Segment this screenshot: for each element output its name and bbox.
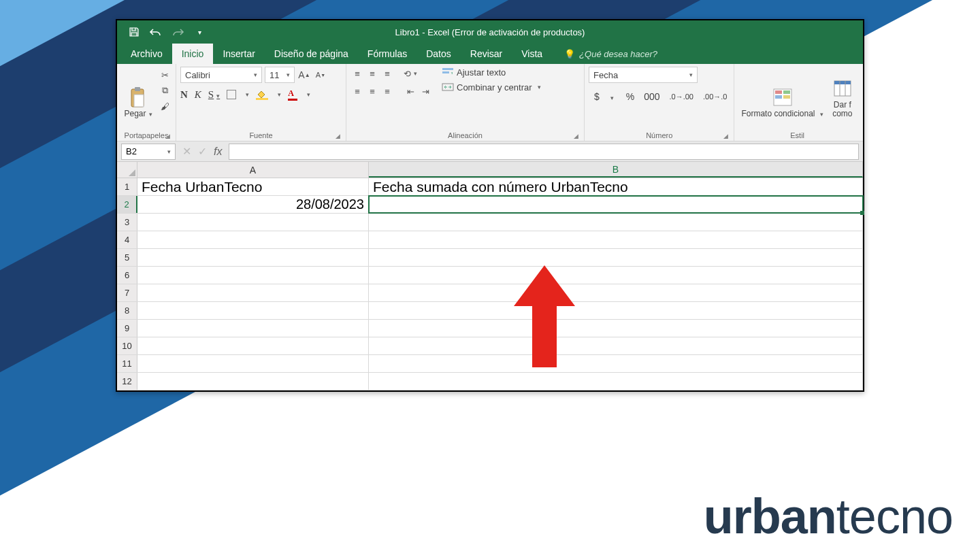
copy-icon[interactable]: ⧉ (158, 84, 172, 97)
cell-b4[interactable] (369, 231, 863, 248)
qat-customize-icon[interactable]: ▾ (191, 23, 208, 41)
cell-b3[interactable] (369, 214, 863, 231)
increase-decimal-icon[interactable]: .0→.00 (667, 91, 696, 102)
cell-a11[interactable] (137, 355, 369, 372)
cell-a10[interactable] (137, 337, 369, 354)
row-header-2[interactable]: 2 (117, 196, 137, 213)
tab-diseno-de-pagina[interactable]: Diseño de página (265, 44, 358, 64)
column-header-b[interactable]: B (369, 162, 863, 178)
redo-icon[interactable] (169, 23, 186, 41)
cell-b2-selected[interactable] (369, 196, 863, 213)
decrease-decimal-icon[interactable]: .00→.0 (700, 91, 730, 102)
align-left-icon[interactable]: ≡ (350, 84, 364, 98)
column-header-row: A B (117, 162, 863, 178)
orientation-icon[interactable]: ⟲▾ (404, 67, 417, 80)
align-bottom-icon[interactable]: ≡ (380, 67, 394, 80)
dialog-launcher-icon[interactable]: ◢ (165, 133, 170, 139)
cell-b9[interactable] (369, 320, 863, 337)
number-format-select[interactable]: Fecha▾ (589, 67, 698, 83)
tab-revisar[interactable]: Revisar (461, 44, 512, 64)
wrap-text-button[interactable]: Ajustar texto (442, 67, 541, 78)
confirm-edit-icon[interactable]: ✓ (198, 145, 207, 158)
align-middle-icon[interactable]: ≡ (365, 67, 379, 80)
row-header-6[interactable]: 6 (117, 267, 137, 284)
cell-a1[interactable]: Fecha UrbanTecno (137, 178, 369, 195)
row-header-5[interactable]: 5 (117, 249, 137, 266)
row-header-4[interactable]: 4 (117, 231, 137, 248)
tab-formulas[interactable]: Fórmulas (358, 44, 416, 64)
cell-b6[interactable] (369, 267, 863, 284)
watermark-part1: urban (704, 489, 836, 544)
insert-function-icon[interactable]: fx (214, 146, 222, 158)
borders-button[interactable] (227, 90, 236, 99)
tell-me-placeholder: ¿Qué desea hacer? (579, 49, 657, 59)
increase-font-icon[interactable]: A▲ (297, 68, 311, 82)
bold-button[interactable]: N (180, 89, 188, 101)
tab-datos[interactable]: Datos (416, 44, 461, 64)
dialog-launcher-icon[interactable]: ◢ (336, 133, 340, 139)
row-header-3[interactable]: 3 (117, 214, 137, 231)
cell-b11[interactable] (369, 355, 863, 372)
cell-a12[interactable] (137, 373, 369, 390)
font-size-select[interactable]: 11▾ (265, 67, 295, 83)
cell-b10[interactable] (369, 337, 863, 354)
align-center-icon[interactable]: ≡ (365, 84, 379, 98)
merge-icon (442, 82, 454, 93)
dialog-launcher-icon[interactable]: ◢ (723, 133, 728, 139)
save-icon[interactable] (125, 23, 143, 41)
underline-button[interactable]: S▾ (208, 89, 220, 101)
select-all-corner[interactable] (117, 162, 137, 178)
format-as-table-button[interactable]: Dar fcomo (829, 67, 856, 121)
font-color-button[interactable]: A (288, 88, 297, 101)
tab-archivo[interactable]: Archivo (121, 44, 172, 64)
cell-a6[interactable] (137, 267, 369, 284)
group-clipboard: Pegar▾ ✂ ⧉ 🖌 Portapapeles◢ (117, 64, 176, 141)
align-top-icon[interactable]: ≡ (350, 67, 364, 80)
comma-style-button[interactable]: 000 (641, 90, 662, 103)
row-header-7[interactable]: 7 (117, 284, 137, 301)
row-6: 6 (117, 267, 863, 284)
decrease-font-icon[interactable]: A▼ (314, 68, 327, 82)
cell-b12[interactable] (369, 373, 863, 390)
cell-a9[interactable] (137, 320, 369, 337)
cell-b8[interactable] (369, 302, 863, 319)
name-box[interactable]: B2▾ (121, 144, 176, 160)
tab-insertar[interactable]: Insertar (213, 44, 264, 64)
undo-icon[interactable] (147, 23, 165, 41)
cell-b7[interactable] (369, 284, 863, 301)
cell-a3[interactable] (137, 214, 369, 231)
row-header-12[interactable]: 12 (117, 373, 137, 390)
increase-indent-icon[interactable]: ⇥ (419, 84, 432, 98)
currency-button[interactable]: $ ▾ (589, 90, 619, 103)
column-header-a[interactable]: A (137, 162, 369, 178)
row-header-11[interactable]: 11 (117, 355, 137, 372)
cut-icon[interactable]: ✂ (158, 68, 172, 82)
cancel-edit-icon[interactable]: ✕ (182, 145, 191, 158)
tell-me-search[interactable]: 💡 ¿Qué desea hacer? (564, 44, 657, 64)
font-name-select[interactable]: Calibri▾ (180, 67, 262, 83)
conditional-format-button[interactable]: Formato condicional ▾ (738, 67, 826, 121)
cell-a7[interactable] (137, 284, 369, 301)
fill-color-button[interactable] (256, 89, 268, 100)
cell-a5[interactable] (137, 249, 369, 266)
paste-button[interactable]: Pegar▾ (121, 67, 155, 121)
cell-b5[interactable] (369, 249, 863, 266)
cell-a2[interactable]: 28/08/2023 (137, 196, 369, 213)
cell-b1[interactable]: Fecha sumada con número UrbanTecno (369, 178, 863, 195)
decrease-indent-icon[interactable]: ⇤ (404, 84, 417, 98)
format-painter-icon[interactable]: 🖌 (158, 99, 172, 113)
cell-a4[interactable] (137, 231, 369, 248)
row-header-8[interactable]: 8 (117, 302, 137, 319)
italic-button[interactable]: K (195, 89, 201, 101)
tab-inicio[interactable]: Inicio (172, 44, 214, 64)
cell-a8[interactable] (137, 302, 369, 319)
merge-center-button[interactable]: Combinar y centrar ▾ (442, 82, 541, 93)
align-right-icon[interactable]: ≡ (380, 84, 394, 98)
dialog-launcher-icon[interactable]: ◢ (574, 133, 578, 139)
row-header-10[interactable]: 10 (117, 337, 137, 354)
row-header-1[interactable]: 1 (117, 178, 137, 195)
percent-button[interactable]: % (623, 90, 637, 103)
tab-vista[interactable]: Vista (512, 44, 552, 64)
row-header-9[interactable]: 9 (117, 320, 137, 337)
formula-bar[interactable] (229, 144, 859, 160)
